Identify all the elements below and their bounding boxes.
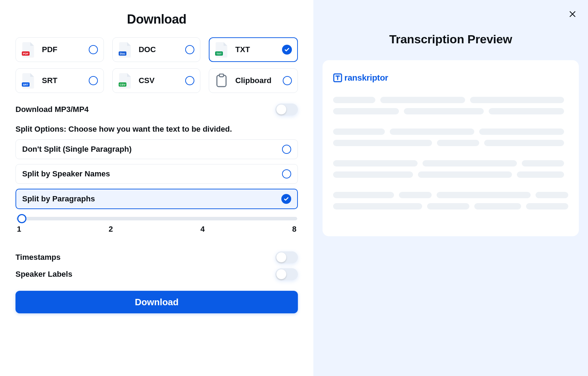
download-panel: Download PDF PDF [0, 0, 313, 376]
split-option-single[interactable]: Don't Split (Single Paragraph) [15, 139, 298, 159]
slider-tick: 1 [17, 225, 21, 234]
download-media-row: Download MP3/MP4 [15, 104, 298, 115]
format-label: TXT [235, 45, 250, 54]
preview-panel: Transcription Preview ranskriptor [313, 0, 588, 376]
format-option-srt[interactable]: SRT SRT [15, 68, 104, 93]
download-media-toggle[interactable] [275, 104, 298, 115]
speaker-labels-row: Speaker Labels [15, 268, 298, 280]
format-label: Clipboard [235, 76, 271, 85]
paragraph-slider[interactable]: 1 2 4 8 [16, 217, 297, 234]
split-option-speaker[interactable]: Split by Speaker Names [15, 164, 298, 184]
radio-checked-icon [281, 194, 291, 204]
preview-card: ranskriptor [323, 60, 579, 236]
format-option-csv[interactable]: CSV CSV [112, 68, 201, 93]
file-csv-icon: CSV [117, 73, 133, 89]
skeleton-paragraph [333, 192, 568, 209]
timestamps-label: Timestamps [15, 253, 61, 262]
format-option-doc[interactable]: Doc DOC [112, 37, 201, 62]
radio-unchecked-icon [89, 45, 98, 54]
radio-unchecked-icon [185, 76, 194, 85]
format-label: DOC [139, 45, 156, 54]
slider-tick: 2 [109, 225, 113, 234]
brand-logo: ranskriptor [333, 73, 568, 83]
download-button[interactable]: Download [15, 291, 298, 313]
format-label: PDF [42, 45, 57, 54]
split-option-label: Don't Split (Single Paragraph) [22, 145, 132, 154]
skeleton-paragraph [333, 160, 568, 178]
slider-track[interactable] [16, 217, 297, 220]
speaker-labels-label: Speaker Labels [15, 270, 72, 279]
radio-unchecked-icon [282, 145, 291, 154]
svg-rect-11 [219, 74, 224, 77]
slider-labels: 1 2 4 8 [16, 225, 297, 234]
format-option-pdf[interactable]: PDF PDF [15, 37, 104, 62]
format-label: CSV [139, 76, 155, 85]
svg-text:TXT: TXT [217, 52, 222, 55]
additional-toggles: Timestamps Speaker Labels [15, 251, 298, 280]
format-option-txt[interactable]: TXT TXT [209, 37, 298, 62]
radio-unchecked-icon [282, 169, 291, 178]
skeleton-paragraph [333, 97, 568, 114]
timestamps-toggle[interactable] [275, 251, 298, 263]
preview-title: Transcription Preview [323, 32, 579, 46]
format-grid: PDF PDF Doc DOC [15, 37, 298, 93]
format-option-clipboard[interactable]: Clipboard [209, 68, 298, 93]
split-option-label: Split by Speaker Names [22, 169, 110, 178]
split-options-heading: Split Options: Choose how you want the t… [15, 125, 298, 134]
svg-text:SRT: SRT [23, 83, 29, 86]
radio-checked-icon [282, 45, 292, 55]
slider-thumb[interactable] [17, 214, 26, 223]
page-title: Download [15, 12, 298, 27]
file-doc-icon: Doc [117, 42, 133, 58]
speaker-labels-toggle[interactable] [275, 268, 298, 280]
radio-unchecked-icon [283, 76, 292, 85]
svg-text:CSV: CSV [119, 83, 125, 86]
file-txt-icon: TXT [213, 42, 230, 58]
download-media-label: Download MP3/MP4 [15, 105, 89, 114]
split-option-paragraphs[interactable]: Split by Paragraphs [15, 189, 298, 209]
svg-text:PDF: PDF [23, 52, 29, 55]
skeleton-paragraph [333, 129, 568, 146]
timestamps-row: Timestamps [15, 251, 298, 263]
radio-unchecked-icon [185, 45, 194, 54]
svg-text:Doc: Doc [120, 52, 125, 55]
radio-unchecked-icon [89, 76, 98, 85]
close-icon[interactable] [568, 10, 578, 20]
format-label: SRT [42, 76, 57, 85]
split-option-label: Split by Paragraphs [22, 194, 95, 203]
clipboard-icon [213, 73, 230, 89]
file-pdf-icon: PDF [20, 42, 36, 58]
brand-text: ranskriptor [344, 73, 388, 83]
slider-tick: 8 [292, 225, 296, 234]
file-srt-icon: SRT [20, 73, 36, 89]
slider-tick: 4 [200, 225, 205, 234]
